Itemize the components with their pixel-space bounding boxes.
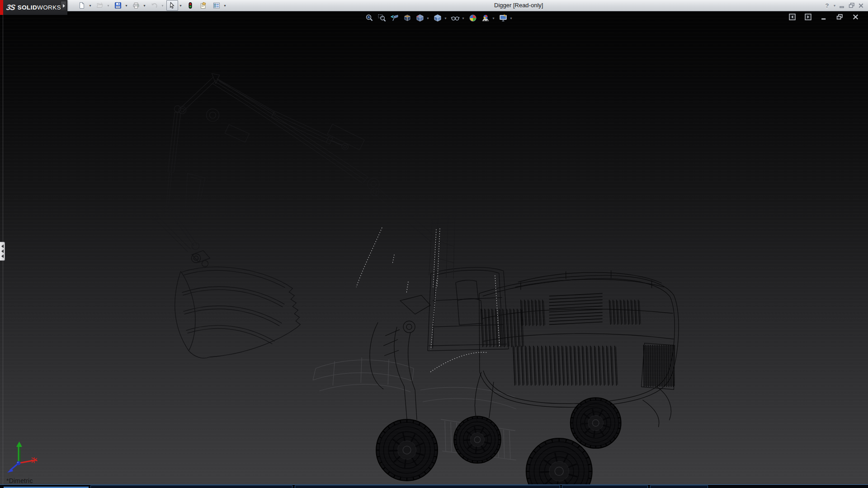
pane-left-icon	[789, 14, 796, 20]
file-properties-button[interactable]	[198, 0, 209, 11]
view-settings-icon	[499, 14, 508, 23]
save-button[interactable]	[112, 0, 124, 11]
doc-close-icon	[852, 14, 859, 20]
toolbar-flyout-button[interactable]	[61, 1, 66, 11]
open-button-dropdown[interactable]: ▾	[106, 0, 111, 10]
save-button-dropdown[interactable]: ▾	[124, 0, 129, 10]
taskbar-button-edge[interactable]	[562, 485, 648, 488]
print-button-dropdown[interactable]: ▾	[142, 0, 147, 10]
view-settings-button-dropdown[interactable]: ▾	[509, 13, 514, 24]
view-settings-button[interactable]	[497, 13, 509, 24]
taskbar-button-edge[interactable]	[650, 485, 708, 488]
undo-icon	[151, 2, 158, 9]
logo-red-strip	[0, 0, 3, 15]
collapse-left-pane-button[interactable]	[788, 13, 796, 20]
expand-right-pane-button[interactable]	[804, 13, 811, 20]
front-machinery[interactable]	[370, 295, 430, 420]
save-icon	[114, 2, 122, 9]
wheel[interactable]	[571, 398, 621, 448]
doc-restore-button[interactable]	[836, 13, 843, 20]
window-title: Digger [Read-only]	[494, 2, 543, 9]
pane-right-icon	[805, 14, 811, 20]
options-button-dropdown[interactable]: ▾	[222, 0, 227, 10]
section-view-icon	[403, 14, 412, 23]
edit-appearance-button[interactable]	[467, 13, 478, 24]
zoom-fit-icon	[365, 14, 374, 23]
taskbar-button-edge[interactable]	[90, 485, 292, 488]
view-orientation-icon	[415, 14, 425, 23]
triad-x-axis	[19, 460, 33, 463]
digger-boom[interactable]	[151, 74, 456, 279]
featuremanager-collapse-tab[interactable]	[0, 242, 5, 261]
apply-scene-button-dropdown[interactable]: ▾	[491, 13, 496, 24]
print-icon	[132, 2, 140, 9]
doc-minimize-icon	[821, 14, 827, 20]
view-orientation-label: *Dimetric	[6, 477, 33, 484]
headsup-view-toolbar: ▾▾▾▾▾	[363, 12, 515, 24]
hide-show-items-button[interactable]	[449, 13, 461, 24]
undo-button[interactable]	[148, 0, 160, 11]
wheel[interactable]	[526, 438, 592, 485]
zoom-to-area-button[interactable]	[376, 13, 387, 24]
section-view-button[interactable]	[401, 13, 413, 24]
taskbar-strip[interactable]	[0, 484, 868, 488]
solidworks-logo: 3S SOLIDWORKS	[0, 0, 67, 15]
solidworks-window: { "titlebar": { "brand": { "mark": "3S",…	[0, 0, 868, 488]
apply-scene-icon	[481, 14, 490, 23]
window-controls: ? ▾	[822, 0, 866, 11]
new-document-button-dropdown[interactable]: ▾	[88, 0, 93, 10]
minimize-button[interactable]	[837, 0, 847, 10]
graphics-area[interactable]: ▾▾▾▾▾ *Dimetric	[0, 11, 868, 485]
select-button[interactable]	[166, 0, 178, 11]
restore-icon	[849, 2, 855, 9]
new-document-icon	[78, 2, 85, 9]
collapse-arrow-icon	[1, 244, 4, 248]
apply-scene-button[interactable]	[480, 13, 491, 24]
display-style-button-dropdown[interactable]: ▾	[443, 13, 448, 24]
options-icon	[213, 2, 220, 9]
zoom-to-fit-button[interactable]	[363, 13, 375, 24]
engine-grille-slats[interactable]	[481, 293, 675, 387]
wheel[interactable]	[376, 419, 438, 481]
wheel[interactable]	[454, 416, 501, 463]
display-style-button[interactable]	[432, 13, 443, 24]
doc-close-button[interactable]	[852, 13, 859, 20]
zoom-area-icon	[377, 14, 387, 23]
taskbar-button-edge[interactable]	[295, 485, 560, 488]
display-style-icon	[433, 14, 442, 23]
ghost-chassis[interactable]	[313, 357, 516, 409]
collapse-arrow-icon	[1, 249, 4, 253]
open-button[interactable]	[94, 0, 106, 11]
rebuild-icon	[187, 2, 194, 9]
view-orientation-button[interactable]	[414, 13, 425, 24]
select-button-dropdown[interactable]: ▾	[178, 0, 183, 10]
previous-view-icon	[390, 14, 399, 23]
help-button[interactable]: ?	[822, 0, 832, 10]
file-properties-icon	[200, 2, 207, 9]
digger-wireframe-model[interactable]	[0, 11, 868, 485]
flyout-arrow-icon	[62, 4, 66, 8]
help-dropdown[interactable]: ▾	[832, 4, 837, 8]
undo-button-dropdown[interactable]: ▾	[160, 0, 165, 10]
collapse-arrow-icon	[1, 254, 4, 258]
brand-text: SOLIDWORKS	[18, 4, 61, 11]
rebuild-button[interactable]	[184, 0, 196, 11]
previous-view-button[interactable]	[389, 13, 400, 24]
open-icon	[96, 2, 104, 9]
doc-minimize-button[interactable]	[820, 13, 827, 20]
close-icon	[858, 3, 864, 9]
options-button[interactable]	[211, 0, 222, 11]
close-button[interactable]	[856, 0, 866, 10]
print-button[interactable]	[130, 0, 142, 11]
digger-cab[interactable]	[428, 267, 509, 351]
minimize-icon	[839, 2, 845, 9]
edit-appearance-icon	[468, 14, 477, 23]
orientation-triad[interactable]	[4, 441, 42, 475]
hide-show-items-button-dropdown[interactable]: ▾	[461, 13, 466, 24]
new-document-button[interactable]	[76, 0, 88, 11]
main-toolbar: ▾▾▾▾▾▾▾	[76, 0, 229, 11]
select-icon	[169, 2, 176, 9]
restore-button[interactable]	[847, 0, 856, 10]
view-orientation-button-dropdown[interactable]: ▾	[425, 13, 430, 24]
digger-bucket[interactable]	[175, 250, 301, 358]
